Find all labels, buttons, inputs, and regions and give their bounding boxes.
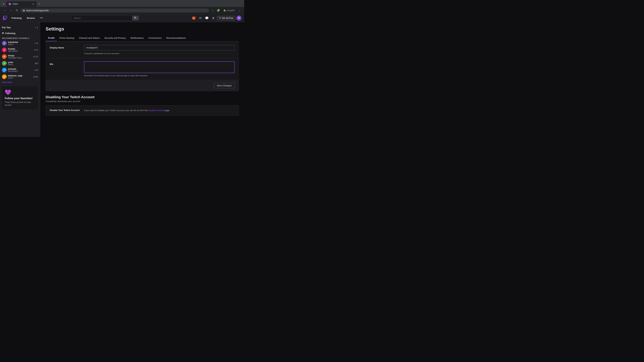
whispers-button[interactable]: 💬 [204,15,210,21]
bookmark-button[interactable]: ☆ [210,8,215,13]
following-nav-button[interactable]: Following [10,16,23,20]
extensions-button[interactable]: 🧩 [216,8,221,13]
channel-viewers-betboom: 18.5K [33,76,38,78]
twitch-logo[interactable] [3,16,8,20]
channel-item-k3soju[interactable]: K k3soju Teamfight Tactics 15.7K [0,53,40,60]
sidebar-promo: 💜 Follow your favorites! They'll show up… [2,86,38,109]
forward-button[interactable]: → [8,8,14,13]
disable-card-label: Disable Your Twitch Account [50,109,80,111]
tab-connections[interactable]: Connections [146,35,164,41]
new-tab-button[interactable]: + [37,1,42,6]
channel-item-kyedae[interactable]: K Kyedae VALORANT 9.7K [0,46,40,53]
save-changes-button[interactable]: Save Changes [214,83,234,88]
back-button[interactable]: ← [2,8,7,13]
show-more-button[interactable]: Show More [0,80,14,84]
lock-icon: 🔒 [23,9,25,11]
browser-chrome: ▾ 🟣 Twitch ✕ + ← → ↻ 🔒 ☆ 🧩 🕵 Incognito ⋮ [0,0,244,14]
bio-hint: Description for the About panel on your … [84,75,234,77]
channel-game-kyedae: VALORANT [8,50,33,52]
address-input[interactable] [26,9,207,12]
channel-game-kukudota2: Dota 2 [8,43,33,45]
channel-name-k3soju: k3soju [8,54,32,57]
crown-button[interactable]: ♛ [211,15,216,21]
tab-prime-gaming[interactable]: Prime Gaming [57,35,76,41]
following-sidebar-button[interactable]: ❤ Following [0,31,40,36]
tab-security-privacy[interactable]: Security and Privacy [102,35,128,41]
tab-recommendations[interactable]: Recommendations [164,35,188,41]
sidebar-collapse-button[interactable]: ←| [34,26,38,29]
channel-avatar-betboom: B [2,74,7,79]
address-bar-row: ← → ↻ 🔒 ☆ 🧩 🕵 Incognito ⋮ [0,7,244,14]
search-container: 🔍 [72,15,139,20]
active-tab[interactable]: 🟣 Twitch ✕ [6,1,36,7]
display-name-row: Display Name [50,45,234,50]
incognito-button[interactable]: 🕵 Incognito [222,8,236,12]
search-input[interactable] [72,16,132,20]
tab-channel-videos[interactable]: Channel and Videos [77,35,102,41]
channel-avatar-kyedae: K [2,48,7,52]
display-name-label: Display Name [50,46,64,49]
tab-title: Twitch [12,3,30,5]
recommended-channels-title: RECOMMENDED CHANNELS [2,37,29,39]
incognito-label: Incognito [226,9,235,11]
recommended-channels-header: RECOMMENDED CHANNELS [0,36,40,40]
channel-avatar-kukudota2: K [2,41,7,45]
channel-name-betboom: betboom_eng2 [8,75,32,77]
tab-close-button[interactable]: ✕ [32,2,34,6]
live-indicator-yowe [5,64,7,66]
channel-item-yowe[interactable]: Y yowe Dota 2 803 [0,60,40,67]
ad-free-label: Get Ad-Free [222,17,233,19]
nav-more-button[interactable]: ••• [39,15,44,20]
search-submit-button[interactable]: 🔍 [132,16,138,20]
display-name-input[interactable] [84,45,234,50]
settings-form: Display Name Customize capitalization fo… [46,41,239,91]
channel-info-k3soju: k3soju Teamfight Tactics [8,54,32,59]
tab-notifications[interactable]: Notifications [128,35,146,41]
bio-textarea[interactable] [84,61,234,73]
disable-text-before: If you want to disable your Twitch accou… [84,109,148,112]
main-content: For You ←| ❤ Following RECOMMENDED CHANN… [0,22,244,137]
tab-list-button[interactable]: ▾ [2,2,5,6]
top-nav: Following Browse ••• 🔍 🎁 ✉ 💬 ♛ 🛡 Get Ad-… [0,14,244,22]
address-bar-container: 🔒 [21,8,209,12]
user-avatar[interactable]: M [236,15,242,21]
tab-profile[interactable]: Profile [46,35,57,41]
live-indicator-kyedae [5,51,7,52]
channel-name-kukudota2: kukudota2 [8,41,33,43]
disable-text-after: page. [164,109,170,112]
channel-item-joshseki[interactable]: J joshseki VALORANT 1.2K [0,67,40,73]
channel-game-k3soju: Teamfight Tactics [8,57,32,59]
settings-page-title: Settings [46,26,239,32]
inbox-button[interactable]: ✉ [198,15,202,21]
channel-game-joshseki: VALORANT [8,70,33,72]
form-actions: Save Changes [46,80,239,91]
live-indicator-k3soju [5,58,7,59]
twitch-logo-icon [3,16,8,20]
browser-menu-button[interactable]: ⋮ [237,8,242,13]
channel-name-kyedae: Kyedae [8,48,33,50]
live-indicator-joshseki [5,71,7,72]
get-ad-free-button[interactable]: 🛡 Get Ad-Free [217,16,235,20]
twitch-app: Following Browse ••• 🔍 🎁 ✉ 💬 ♛ 🛡 Get Ad-… [0,14,244,137]
display-name-section: Display Name Customize capitalization fo… [46,41,239,58]
channel-info-kyedae: Kyedae VALORANT [8,48,33,52]
disable-section-title: Disabling Your Twitch Account [46,95,239,99]
disable-section: Disabling Your Twitch Account Completely… [46,95,239,116]
channel-avatar-yowe: Y [2,61,7,66]
channel-name-yowe: yowe [8,61,34,63]
sidebar: For You ←| ❤ Following RECOMMENDED CHANN… [0,22,40,137]
following-icon: ❤ [2,32,4,34]
disable-account-link[interactable]: Disable Account [148,109,164,112]
notifications-icon-button[interactable]: 🎁 [191,15,197,21]
tab-favicon: 🟣 [8,3,11,5]
bio-field-col: Description for the About panel on your … [84,61,234,77]
browse-nav-button[interactable]: Browse [26,16,36,20]
channel-item-kukudota2[interactable]: K kukudota2 Dota 2 1.7K [0,40,40,46]
tab-bar: ▾ 🟣 Twitch ✕ + [0,0,244,7]
nav-actions: 🎁 ✉ 💬 ♛ 🛡 Get Ad-Free M [191,15,242,21]
live-indicator-kukudota2 [5,44,7,45]
promo-text: They'll show up here for easy access! [5,101,36,107]
refresh-button[interactable]: ↻ [15,8,19,13]
channel-item-betboom[interactable]: B betboom_eng2 Dota 2 18.5K [0,73,40,80]
tab-spacer: ▾ [1,1,6,7]
